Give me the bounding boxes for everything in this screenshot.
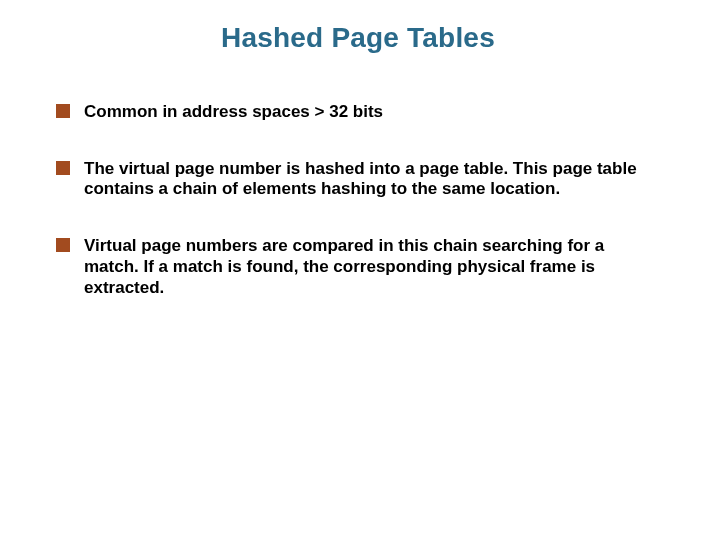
slide-title: Hashed Page Tables — [56, 22, 660, 54]
list-item: Virtual page numbers are compared in thi… — [56, 236, 660, 298]
bullet-text: Virtual page numbers are compared in thi… — [84, 236, 604, 296]
slide: Hashed Page Tables Common in address spa… — [0, 0, 720, 540]
list-item: Common in address spaces > 32 bits — [56, 102, 660, 123]
list-item: The virtual page number is hashed into a… — [56, 159, 660, 200]
bullet-list: Common in address spaces > 32 bits The v… — [56, 102, 660, 298]
bullet-text: Common in address spaces > 32 bits — [84, 102, 383, 121]
bullet-text: The virtual page number is hashed into a… — [84, 159, 637, 199]
